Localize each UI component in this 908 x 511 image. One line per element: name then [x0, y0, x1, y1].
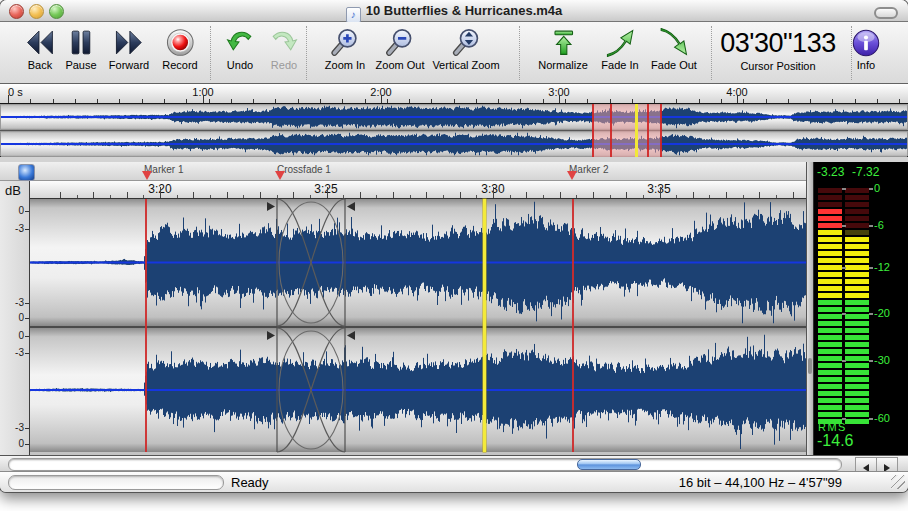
overview-waveform[interactable]: [0, 104, 908, 157]
ruler-minor-tick: [275, 99, 276, 103]
meter-scale-label: -30: [874, 355, 890, 366]
meter-segment: [845, 237, 869, 242]
meter-segment: [818, 335, 842, 340]
crossfade-region[interactable]: [265, 199, 357, 452]
scrollbar-thumb[interactable]: [577, 459, 641, 470]
crossfade-right-handle[interactable]: [347, 202, 355, 211]
ruler-minor-tick: [209, 99, 210, 103]
meter-scale-label: 0: [874, 183, 880, 194]
back-button[interactable]: Back: [24, 27, 56, 71]
undo-button[interactable]: Undo: [224, 27, 256, 71]
ruler-half-tick: [443, 195, 444, 199]
crossfade-left-handle[interactable]: [267, 202, 275, 211]
ruler-minor-tick: [164, 99, 165, 103]
ruler-minor-tick: [409, 99, 410, 103]
redo-label: Redo: [268, 59, 300, 71]
marker-flag-icon[interactable]: [567, 171, 577, 180]
ruler-minor-tick: [877, 99, 878, 103]
toolbar-toggle-button[interactable]: [874, 7, 898, 19]
overview-cursor-line: [635, 104, 638, 157]
meter-scale-label: -20: [874, 308, 890, 319]
db-scale-tick: [25, 336, 29, 337]
meter-segment: [845, 321, 869, 326]
meter-scale-tick: [842, 418, 846, 420]
ruler-minor-tick: [298, 99, 299, 103]
ruler-minor-tick: [632, 99, 633, 103]
overview-marker-line: [647, 104, 649, 157]
zoom-in-button[interactable]: Zoom In: [325, 27, 365, 71]
toolbar-separator: [519, 26, 520, 80]
zoom-out-button[interactable]: Zoom Out: [376, 27, 425, 71]
zoom-out-label: Zoom Out: [376, 59, 425, 71]
meter-segment: [845, 328, 869, 333]
marker-bar[interactable]: Marker 1Crossfade 1Marker 2: [0, 162, 806, 181]
screenshot-stage: ♪10 Butterflies & Hurricanes.m4a 03'30"1…: [0, 0, 908, 511]
meter-scale-label: -60: [874, 413, 890, 424]
ruler-second-tick: [127, 192, 128, 198]
meter-segment: [845, 286, 869, 291]
ruler-minor-tick: [498, 99, 499, 103]
pause-label: Pause: [65, 59, 97, 71]
redo-button[interactable]: Redo: [268, 27, 300, 71]
resize-grip[interactable]: [891, 475, 905, 489]
cursor-position-label: Cursor Position: [720, 60, 835, 72]
title-bar[interactable]: ♪10 Butterflies & Hurricanes.m4a: [0, 0, 908, 22]
vertical-zoom-button[interactable]: Vertical Zoom: [432, 27, 499, 71]
ruler-minor-tick: [654, 99, 655, 103]
db-scale-tick: [25, 229, 29, 230]
meter-scale-label: -6: [874, 220, 884, 231]
meter-segment: [818, 391, 842, 396]
db-scale-value: -3: [4, 347, 24, 358]
meter-splitter[interactable]: [806, 162, 814, 455]
scrollbar-track[interactable]: [8, 458, 842, 471]
info-label: Info: [850, 59, 882, 71]
close-button[interactable]: [9, 4, 24, 19]
ruler-half-tick: [576, 195, 577, 199]
editor-timeline-ruler[interactable]: 3:203:253:303:35: [30, 181, 806, 199]
audio-file-icon: [18, 164, 35, 181]
forward-button[interactable]: Forward: [109, 27, 149, 71]
overview-timeline-ruler: 0 s1:002:003:004:00: [0, 84, 908, 104]
ruler-second-tick: [526, 192, 527, 198]
marker-flag-icon[interactable]: [142, 171, 152, 180]
cursor-position-display: 03'30"133 Cursor Position: [720, 27, 835, 72]
zoom-window-button[interactable]: [49, 4, 64, 19]
ruler-minor-tick: [587, 99, 588, 103]
meter-segment: [818, 244, 842, 249]
marker-flag-icon[interactable]: [275, 171, 285, 180]
pause-button[interactable]: Pause: [65, 27, 97, 71]
ruler-second-tick: [693, 192, 694, 198]
meter-segment: [818, 209, 842, 214]
fade-in-button[interactable]: Fade In: [601, 27, 638, 71]
ruler-second-tick: [726, 192, 727, 198]
meter-segment: [818, 321, 842, 326]
normalize-button[interactable]: Normalize: [538, 27, 588, 71]
ruler-major-tick: [8, 95, 9, 103]
status-message: Ready: [231, 475, 269, 490]
crossfade-left-handle[interactable]: [267, 331, 275, 340]
db-scale-value: -3: [4, 297, 24, 308]
fade-in-label: Fade In: [601, 59, 638, 71]
db-unit-label: dB: [5, 183, 21, 198]
ruler-minor-tick: [431, 99, 432, 103]
ruler-half-tick: [143, 195, 144, 199]
overview-marker-line: [610, 104, 612, 157]
waveform-editor[interactable]: [30, 199, 806, 452]
info-button[interactable]: Info: [850, 27, 882, 71]
fade-out-label: Fade Out: [651, 59, 697, 71]
meter-segment: [845, 244, 869, 249]
ruler-half-tick: [709, 195, 710, 199]
overview-marker-line: [592, 104, 594, 157]
horizontal-scrollbar[interactable]: [0, 455, 908, 471]
record-button[interactable]: Record: [162, 27, 197, 71]
overview-selection-region[interactable]: [592, 104, 661, 157]
ruler-minor-tick: [365, 99, 366, 103]
splitter-grip-icon[interactable]: [808, 358, 812, 374]
window-title-text: 10 Butterflies & Hurricanes.m4a: [366, 3, 563, 18]
fade-out-button[interactable]: Fade Out: [651, 27, 697, 71]
ruler-minor-tick: [231, 99, 232, 103]
ruler-second-tick: [327, 187, 328, 198]
ruler-half-tick: [776, 195, 777, 199]
crossfade-right-handle[interactable]: [347, 331, 355, 340]
minimize-button[interactable]: [29, 4, 44, 19]
